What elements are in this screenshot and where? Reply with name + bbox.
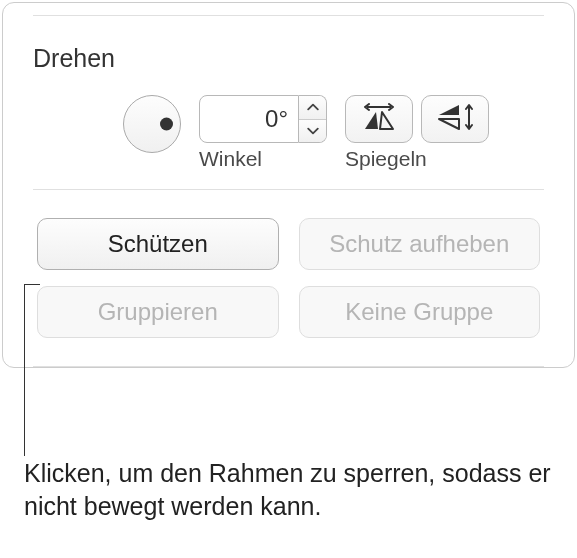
flip-buttons bbox=[345, 95, 489, 143]
lock-group-buttons: Schützen Schutz aufheben Gruppieren Kein… bbox=[33, 190, 544, 366]
group-button: Gruppieren bbox=[37, 286, 279, 338]
callout-connector-tick bbox=[24, 284, 40, 285]
lock-button[interactable]: Schützen bbox=[37, 218, 279, 270]
angle-step-down[interactable] bbox=[299, 120, 326, 143]
flip-vertical-icon bbox=[437, 103, 473, 135]
angle-step-up[interactable] bbox=[299, 96, 326, 120]
rotate-controls: 0° Winkel bbox=[33, 95, 544, 189]
callout-text: Klicken, um den Rahmen zu sperren, sodas… bbox=[24, 457, 577, 525]
unlock-button: Schutz aufheben bbox=[299, 218, 541, 270]
format-panel: Drehen 0° Winkel bbox=[2, 2, 575, 368]
angle-label: Winkel bbox=[199, 147, 262, 171]
angle-group: 0° Winkel bbox=[199, 95, 327, 171]
angle-input[interactable]: 0° bbox=[199, 95, 299, 143]
ungroup-button: Keine Gruppe bbox=[299, 286, 541, 338]
divider-bottom bbox=[33, 366, 544, 367]
flip-horizontal-icon bbox=[361, 103, 397, 135]
divider-top bbox=[33, 15, 544, 16]
rotation-dial[interactable] bbox=[123, 95, 181, 153]
angle-stepper bbox=[299, 95, 327, 143]
flip-horizontal-button[interactable] bbox=[345, 95, 413, 143]
callout-connector-line bbox=[24, 284, 25, 456]
rotate-section-title: Drehen bbox=[33, 44, 544, 73]
flip-group: Spiegeln bbox=[345, 95, 489, 171]
flip-vertical-button[interactable] bbox=[421, 95, 489, 143]
flip-label: Spiegeln bbox=[345, 147, 427, 171]
angle-input-wrap: 0° bbox=[199, 95, 327, 143]
